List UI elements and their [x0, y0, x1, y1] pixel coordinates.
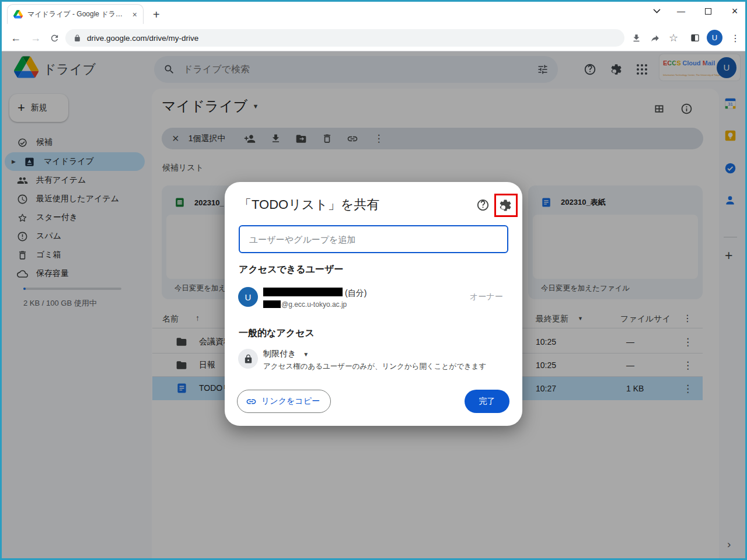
- browser-tab[interactable]: マイドライブ - Google ドライブ ×: [7, 4, 144, 24]
- add-people-input[interactable]: [239, 225, 508, 253]
- general-access-option-label: 制限付き: [263, 349, 296, 359]
- owner-email-domain: @g.ecc.u-tokyo.ac.jp: [281, 300, 347, 309]
- owner-self-label: (自分): [345, 288, 366, 299]
- share-help-icon[interactable]: [476, 198, 490, 212]
- forward-button[interactable]: →: [28, 30, 43, 46]
- redacted-email-prefix: [263, 300, 281, 308]
- url-text: drive.google.com/drive/my-drive: [87, 34, 198, 43]
- share-dialog-title: 「TODOリスト」を共有: [239, 196, 379, 214]
- side-panel-icon[interactable]: [687, 30, 703, 46]
- tab-title: マイドライブ - Google ドライブ: [27, 9, 125, 19]
- owner-role-label: オーナー: [470, 292, 503, 302]
- copy-link-button[interactable]: リンクをコピー: [237, 390, 331, 413]
- dropdown-caret-icon: ▼: [303, 351, 309, 358]
- browser-profile-avatar[interactable]: U: [707, 30, 722, 46]
- share-dialog: 「TODOリスト」を共有 アクセスできるユーザー U (自分) @g.ecc.u…: [225, 182, 522, 426]
- general-access-dropdown[interactable]: 制限付き ▼: [263, 349, 309, 359]
- save-page-icon[interactable]: [629, 30, 644, 46]
- general-access-description: アクセス権のあるユーザーのみが、リンクから開くことができます: [263, 362, 486, 372]
- tab-search-chevron-icon[interactable]: [648, 5, 665, 18]
- bookmark-star-icon[interactable]: ☆: [666, 30, 681, 46]
- reload-button[interactable]: [47, 30, 62, 46]
- share-icon[interactable]: [647, 30, 662, 46]
- drive-favicon: [13, 10, 23, 19]
- copy-link-label: リンクをコピー: [261, 396, 320, 407]
- browser-chrome: マイドライブ - Google ドライブ × + — × ← → drive.g…: [0, 0, 747, 51]
- address-bar[interactable]: drive.google.com/drive/my-drive: [65, 29, 624, 47]
- people-with-access-heading: アクセスできるユーザー: [239, 264, 343, 276]
- general-access-heading: 一般的なアクセス: [239, 327, 315, 340]
- window-minimize-button[interactable]: —: [672, 5, 690, 18]
- back-button[interactable]: ←: [8, 30, 23, 46]
- annotation-highlight-box: [494, 194, 518, 217]
- done-button[interactable]: 完了: [465, 390, 509, 413]
- browser-menu-kebab-icon[interactable]: ⋮: [728, 30, 743, 46]
- owner-avatar: U: [238, 287, 258, 307]
- restricted-lock-icon[interactable]: [238, 349, 258, 369]
- https-lock-icon: [74, 34, 81, 42]
- window-close-button[interactable]: ×: [726, 5, 743, 18]
- new-tab-button[interactable]: +: [153, 9, 160, 20]
- tab-close-icon[interactable]: ×: [132, 10, 137, 19]
- link-icon: [246, 396, 257, 407]
- window-maximize-button[interactable]: [699, 5, 717, 18]
- redacted-owner-name: [263, 288, 343, 296]
